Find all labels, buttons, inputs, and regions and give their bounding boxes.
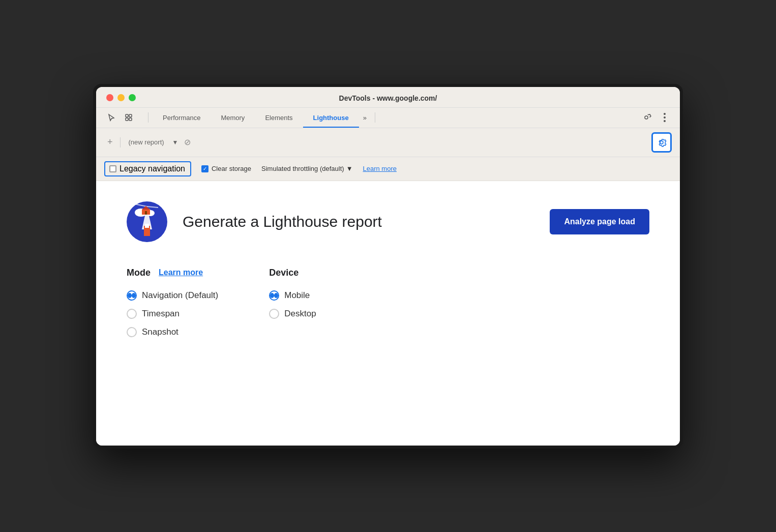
close-button[interactable] xyxy=(106,94,113,101)
lighthouse-settings-button[interactable] xyxy=(651,132,672,153)
svg-rect-1 xyxy=(129,114,132,117)
main-content: Generate a Lighthouse report Analyze pag… xyxy=(96,181,680,446)
tab-separator-right xyxy=(375,112,375,123)
tab-separator xyxy=(148,112,148,123)
options-section: Mode Learn more Navigation (Default) Tim… xyxy=(127,268,649,341)
learn-more-link[interactable]: Learn more xyxy=(363,165,397,172)
mode-snapshot-radio[interactable] xyxy=(127,327,137,337)
legacy-navigation-label: Legacy navigation xyxy=(120,164,185,173)
mode-navigation-radio[interactable] xyxy=(127,290,137,301)
toolbar-separator xyxy=(120,137,121,147)
minimize-button[interactable] xyxy=(117,94,125,101)
report-header: Generate a Lighthouse report Analyze pag… xyxy=(127,201,649,242)
traffic-lights xyxy=(106,94,136,101)
block-icon: ⊘ xyxy=(184,137,191,147)
tab-bar: Performance Memory Elements Lighthouse » xyxy=(96,108,680,128)
mode-snapshot-option[interactable]: Snapshot xyxy=(127,323,218,341)
report-dropdown-icon[interactable]: ▼ xyxy=(172,139,178,146)
tab-performance[interactable]: Performance xyxy=(153,108,211,128)
toolbar-right xyxy=(651,132,672,153)
mode-group: Mode Learn more Navigation (Default) Tim… xyxy=(127,268,218,341)
svg-rect-10 xyxy=(145,224,149,228)
device-desktop-option[interactable]: Desktop xyxy=(269,305,316,323)
tab-bar-right xyxy=(639,110,672,125)
svg-point-5 xyxy=(664,116,666,119)
svg-rect-18 xyxy=(145,211,147,215)
svg-point-6 xyxy=(664,120,666,122)
tab-memory[interactable]: Memory xyxy=(211,108,255,128)
mode-navigation-option[interactable]: Navigation (Default) xyxy=(127,286,218,305)
device-desktop-radio[interactable] xyxy=(269,309,279,319)
throttling-dropdown-icon[interactable]: ▼ xyxy=(346,165,353,172)
clear-storage-option: ✓ Clear storage xyxy=(201,165,251,172)
options-bar: Legacy navigation ✓ Clear storage Simula… xyxy=(96,157,680,181)
mode-navigation-label: Navigation (Default) xyxy=(142,290,218,301)
browser-window: DevTools - www.google.com/ xyxy=(93,84,683,449)
legacy-navigation-wrapper: Legacy navigation xyxy=(104,161,191,176)
svg-rect-3 xyxy=(129,118,132,121)
mode-learn-more-link[interactable]: Learn more xyxy=(159,268,203,277)
clear-storage-checkbox[interactable]: ✓ xyxy=(201,165,208,172)
clear-storage-label: Clear storage xyxy=(212,165,251,172)
window-chrome: DevTools - www.google.com/ xyxy=(96,87,680,446)
analyze-page-load-button[interactable]: Analyze page load xyxy=(550,209,649,234)
mode-header: Mode Learn more xyxy=(127,268,218,278)
cursor-icon[interactable] xyxy=(104,110,118,125)
mode-timespan-radio[interactable] xyxy=(127,309,137,319)
mode-timespan-label: Timespan xyxy=(142,309,180,319)
device-mobile-radio[interactable] xyxy=(269,290,279,301)
legacy-navigation-checkbox[interactable] xyxy=(109,165,116,172)
toolbar: + (new report) ▼ ⊘ xyxy=(96,128,680,157)
settings-icon[interactable] xyxy=(639,110,653,125)
more-options-icon[interactable] xyxy=(658,110,672,125)
tab-more-button[interactable]: » xyxy=(359,108,371,128)
svg-rect-0 xyxy=(126,114,128,117)
device-mobile-label: Mobile xyxy=(284,290,310,301)
device-desktop-label: Desktop xyxy=(284,309,316,319)
device-group: Device Mobile Desktop xyxy=(269,268,316,341)
report-title: Generate a Lighthouse report xyxy=(183,213,534,230)
throttling-select[interactable]: Simulated throttling (default) ▼ xyxy=(261,165,352,172)
mode-snapshot-label: Snapshot xyxy=(142,327,178,337)
lighthouse-logo xyxy=(127,201,167,242)
svg-point-4 xyxy=(664,113,666,115)
report-selector[interactable]: (new report) xyxy=(125,136,168,148)
inspect-icon[interactable] xyxy=(122,110,136,125)
tab-elements[interactable]: Elements xyxy=(255,108,303,128)
svg-rect-2 xyxy=(126,118,128,121)
maximize-button[interactable] xyxy=(129,94,136,101)
mode-timespan-option[interactable]: Timespan xyxy=(127,305,218,323)
device-label: Device xyxy=(269,268,299,278)
title-bar: DevTools - www.google.com/ xyxy=(96,87,680,108)
device-header: Device xyxy=(269,268,316,278)
tab-lighthouse[interactable]: Lighthouse xyxy=(303,108,359,128)
tab-icons xyxy=(104,110,136,125)
device-mobile-option[interactable]: Mobile xyxy=(269,286,316,305)
throttling-label: Simulated throttling (default) xyxy=(261,165,344,172)
add-report-button[interactable]: + xyxy=(104,136,116,149)
mode-label: Mode xyxy=(127,268,151,278)
window-title: DevTools - www.google.com/ xyxy=(339,94,437,102)
